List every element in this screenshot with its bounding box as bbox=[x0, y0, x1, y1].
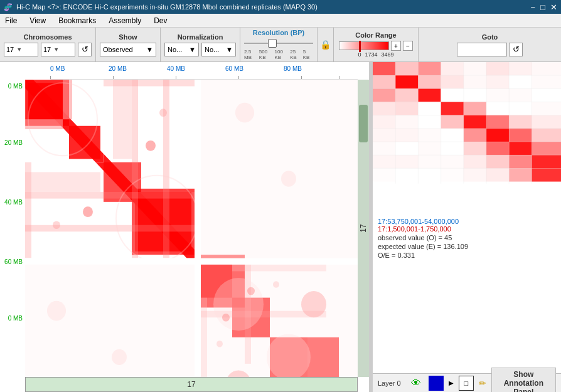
maximize-button[interactable]: □ bbox=[540, 3, 545, 12]
menu-assembly[interactable]: Assembly bbox=[106, 15, 144, 26]
show-annotation-button[interactable]: Show Annotation Panel bbox=[491, 368, 556, 393]
menu-bookmarks[interactable]: Bookmarks bbox=[56, 15, 99, 26]
eye-button[interactable]: 👁 bbox=[409, 376, 424, 391]
y-label-60mb: 60 MB bbox=[4, 258, 23, 265]
layer-pencil-button[interactable]: ✏ bbox=[479, 378, 486, 388]
menu-dev[interactable]: Dev bbox=[151, 15, 169, 26]
show-select[interactable]: Observed ▼ bbox=[100, 43, 156, 56]
svg-point-21 bbox=[146, 140, 156, 151]
svg-rect-76 bbox=[509, 88, 532, 102]
zoom-heatmap[interactable] bbox=[373, 62, 561, 214]
svg-rect-99 bbox=[486, 129, 509, 142]
goto-input[interactable] bbox=[457, 43, 507, 56]
svg-rect-107 bbox=[486, 142, 509, 155]
svg-rect-124 bbox=[509, 168, 532, 181]
svg-rect-6 bbox=[25, 119, 63, 129]
slider-labels: 2.5 MB500 KB100 KB25 KB5 KB bbox=[244, 49, 313, 60]
lock-icon[interactable]: 🔒 bbox=[320, 40, 331, 50]
oe-value: O/E = 0.331 bbox=[378, 252, 556, 259]
svg-rect-112 bbox=[418, 155, 441, 168]
app-title: Hi-C Map <7>: ENCODE Hi-C experiments in… bbox=[16, 3, 318, 11]
svg-rect-120 bbox=[418, 168, 441, 181]
svg-rect-92 bbox=[509, 115, 532, 129]
svg-rect-9 bbox=[113, 80, 132, 159]
goto-refresh-button[interactable]: ↺ bbox=[509, 43, 523, 56]
svg-rect-97 bbox=[441, 129, 464, 142]
y-label-40mb: 40 MB bbox=[4, 199, 23, 206]
normalization-label: Normalization bbox=[178, 33, 223, 41]
svg-rect-66 bbox=[464, 75, 486, 88]
menu-file[interactable]: File bbox=[3, 15, 19, 26]
svg-point-23 bbox=[159, 109, 167, 117]
show-section: Show Observed ▼ bbox=[96, 28, 161, 61]
svg-rect-75 bbox=[486, 88, 509, 102]
title-bar: 🧬 Hi-C Map <7>: ENCODE Hi-C experiments … bbox=[0, 0, 561, 14]
x-label-0mb: 0 MB bbox=[50, 65, 65, 72]
svg-rect-15 bbox=[25, 162, 31, 258]
resolution-slider[interactable] bbox=[244, 38, 313, 48]
chr2-select[interactable]: 17 ▼ bbox=[41, 43, 75, 56]
svg-rect-84 bbox=[509, 102, 532, 115]
menu-view[interactable]: View bbox=[27, 15, 48, 26]
chr-label-bar: 17 bbox=[25, 377, 358, 392]
toolbar: Chromosomes 17 ▼ 17 ▼ ↺ Show Observed ▼ … bbox=[0, 28, 561, 62]
svg-rect-91 bbox=[486, 115, 509, 129]
norm2-select[interactable]: No... ▼ bbox=[201, 43, 236, 56]
color-range-section: Color Range + − 0 1734 3469 bbox=[334, 28, 419, 61]
chr1-select[interactable]: 17 ▼ bbox=[4, 43, 38, 56]
svg-rect-103 bbox=[395, 142, 418, 155]
svg-rect-114 bbox=[464, 155, 486, 168]
x-label-40mb: 40 MB bbox=[167, 65, 185, 72]
svg-rect-65 bbox=[441, 75, 464, 88]
chr-label-text: 17 bbox=[187, 380, 195, 389]
show-label: Show bbox=[119, 33, 137, 41]
svg-point-48 bbox=[281, 171, 296, 186]
svg-rect-54 bbox=[373, 62, 395, 75]
svg-rect-61 bbox=[532, 62, 561, 75]
svg-point-22 bbox=[53, 221, 60, 229]
svg-point-38 bbox=[213, 278, 264, 331]
svg-rect-19 bbox=[25, 225, 195, 232]
color-minus-button[interactable]: − bbox=[403, 41, 413, 51]
svg-rect-67 bbox=[486, 75, 509, 88]
layer-color-swatch[interactable] bbox=[429, 376, 444, 391]
color-gradient-bar[interactable] bbox=[339, 41, 389, 50]
x-label-20mb: 20 MB bbox=[109, 65, 127, 72]
svg-point-20 bbox=[83, 206, 93, 217]
svg-rect-125 bbox=[532, 168, 561, 181]
svg-rect-116 bbox=[509, 155, 532, 168]
svg-rect-118 bbox=[373, 168, 395, 181]
svg-rect-10 bbox=[25, 172, 100, 192]
norm1-select[interactable]: No... ▼ bbox=[164, 43, 199, 56]
svg-rect-18 bbox=[25, 192, 195, 199]
svg-rect-71 bbox=[395, 88, 418, 102]
layer-triangle-button[interactable]: ▶ bbox=[449, 379, 454, 386]
layer-label: Layer 0 bbox=[378, 379, 401, 387]
hic-heatmap[interactable] bbox=[25, 80, 358, 377]
app-icon: 🧬 bbox=[4, 3, 13, 11]
goto-label: Goto bbox=[482, 33, 498, 41]
hic-vscroll[interactable]: 17 bbox=[358, 80, 369, 377]
layer-rect-button[interactable]: □ bbox=[459, 376, 474, 391]
chr-refresh-button[interactable]: ↺ bbox=[78, 43, 92, 56]
svg-rect-117 bbox=[532, 155, 561, 168]
svg-point-47 bbox=[235, 103, 254, 123]
color-range-numbers: 0 1734 3469 bbox=[358, 51, 393, 58]
zoom-panel: 17:53,750,001-54,000,000 17:1,500,001-1,… bbox=[373, 62, 561, 392]
svg-rect-82 bbox=[464, 102, 486, 115]
minimize-button[interactable]: − bbox=[531, 3, 536, 12]
close-button[interactable]: ✕ bbox=[550, 3, 557, 12]
observed-value: observed value (O) = 45 bbox=[378, 234, 556, 241]
svg-rect-122 bbox=[464, 168, 486, 181]
svg-rect-80 bbox=[418, 102, 441, 115]
y-label-0mb: 0 MB bbox=[8, 83, 23, 90]
svg-rect-87 bbox=[395, 115, 418, 129]
svg-point-44 bbox=[273, 281, 279, 288]
svg-rect-109 bbox=[532, 142, 561, 155]
normalization-section: Normalization No... ▼ No... ▼ bbox=[161, 28, 240, 61]
svg-rect-123 bbox=[486, 168, 509, 181]
svg-rect-27 bbox=[195, 80, 201, 377]
y-label-20mb: 20 MB bbox=[4, 139, 23, 146]
vscroll-thumb[interactable] bbox=[359, 105, 368, 142]
color-plus-button[interactable]: + bbox=[391, 41, 401, 51]
